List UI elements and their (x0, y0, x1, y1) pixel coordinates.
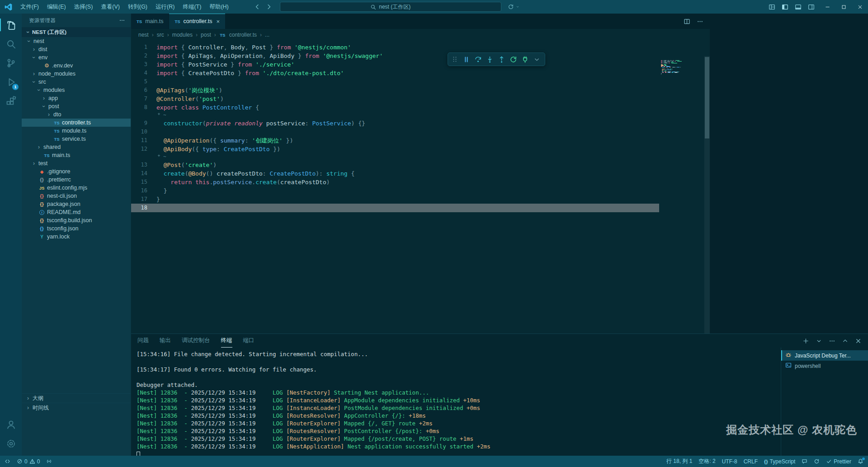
tab-main.ts[interactable]: TSmain.ts (131, 14, 169, 29)
debug-toolbar-drag-handle[interactable] (451, 56, 458, 63)
tree-item-nest[interactable]: ›nest (22, 37, 131, 45)
menu-item-帮助(H)[interactable]: 帮助(H) (205, 0, 232, 14)
activity-account[interactable] (0, 415, 22, 434)
debug-session-indicator[interactable] (46, 458, 52, 464)
toggle-sidebar-icon[interactable] (782, 4, 788, 10)
feedback-icon[interactable] (802, 458, 807, 464)
tree-item-.prettierrc[interactable]: ›{}.prettierrc (22, 176, 131, 184)
sparkle-icon[interactable] (156, 153, 161, 161)
new-terminal-button[interactable] (802, 338, 809, 344)
tree-item-src[interactable]: ›src (22, 78, 131, 86)
eol-indicator[interactable]: CRLF (744, 458, 758, 465)
menu-item-编辑(E)[interactable]: 编辑(E) (43, 0, 70, 14)
breadcrumb-item-src[interactable]: src (157, 32, 164, 38)
menu-item-运行(R)[interactable]: 运行(R) (151, 0, 179, 14)
maximize-button[interactable] (835, 0, 852, 14)
remote-indicator[interactable] (5, 458, 10, 464)
disconnect-button[interactable] (520, 54, 530, 64)
tree-item-test[interactable]: ›test (22, 159, 131, 167)
panel-tab-问题[interactable]: 问题 (137, 334, 149, 348)
tree-item-dist[interactable]: ›dist (22, 45, 131, 53)
tree-item-README.md[interactable]: ›iREADME.md (22, 208, 131, 216)
menu-item-终端(T)[interactable]: 终端(T) (179, 0, 205, 14)
cursor-position[interactable]: 行 18, 列 1 (666, 457, 692, 465)
activity-extensions[interactable] (0, 91, 22, 110)
sparkle-icon[interactable] (156, 112, 161, 119)
editor-scrollbar[interactable] (704, 56, 710, 334)
close-window-button[interactable] (852, 0, 868, 14)
breadcrumb-tail[interactable]: ... (265, 32, 269, 38)
panel-tab-端口[interactable]: 端口 (243, 334, 255, 348)
workspace-section-header[interactable]: › NEST (工作区) (22, 27, 131, 37)
sync-button[interactable] (508, 4, 521, 10)
nav-back-icon[interactable] (254, 3, 261, 10)
tree-item-controller.ts[interactable]: ›TScontroller.ts (22, 119, 131, 127)
pane-时间线[interactable]: ›时间线 (22, 403, 131, 412)
tree-item-eslint.config.mjs[interactable]: ›JSeslint.config.mjs (22, 184, 131, 192)
menu-item-文件(F)[interactable]: 文件(F) (16, 0, 43, 14)
explorer-more-actions[interactable] (119, 17, 125, 24)
tree-item-tsconfig.build.json[interactable]: ›{}tsconfig.build.json (22, 216, 131, 224)
panel-more-actions[interactable] (829, 338, 835, 344)
tree-item-service.ts[interactable]: ›TSservice.ts (22, 135, 131, 143)
step-over-button[interactable] (473, 54, 483, 64)
panel-tab-输出[interactable]: 输出 (160, 334, 171, 348)
tree-item-.env.dev[interactable]: ›⚙.env.dev (22, 62, 131, 70)
prettier-indicator[interactable]: Prettier (826, 458, 851, 465)
minimap[interactable] (661, 60, 687, 76)
activity-run-debug[interactable]: 1 (0, 72, 22, 91)
panel-tab-调试控制台[interactable]: 调试控制台 (182, 334, 210, 348)
menu-item-选择(S)[interactable]: 选择(S) (70, 0, 97, 14)
customize-layout-icon[interactable] (769, 4, 775, 10)
minimize-button[interactable] (819, 0, 835, 14)
tree-item-main.ts[interactable]: ›TSmain.ts (22, 151, 131, 159)
restart-button[interactable] (508, 54, 518, 64)
code-editor[interactable]: 1import { Controller, Body, Post } from … (131, 41, 710, 334)
breadcrumb-file[interactable]: controller.ts (229, 32, 257, 38)
breadcrumb-item-nest[interactable]: nest (138, 32, 149, 38)
activity-explorer[interactable] (0, 15, 22, 34)
step-into-button[interactable] (485, 54, 495, 64)
menu-item-查看(V)[interactable]: 查看(V) (97, 0, 124, 14)
tree-item-.gitignore[interactable]: ›◆.gitignore (22, 167, 131, 176)
step-out-button[interactable] (496, 54, 506, 64)
scrollbar-thumb[interactable] (705, 57, 709, 138)
tree-item-package.json[interactable]: ›{}package.json (22, 200, 131, 208)
terminal-output[interactable]: [15:34:16] File change detected. Startin… (131, 348, 781, 456)
nav-forward-icon[interactable] (265, 3, 273, 10)
tree-item-module.ts[interactable]: ›TSmodule.ts (22, 127, 131, 135)
split-editor-button[interactable] (684, 18, 690, 25)
language-indicator[interactable]: {} TypeScript (764, 458, 795, 465)
sync-status-icon[interactable] (814, 458, 820, 464)
breadcrumb[interactable]: nest›src›modules›post›TScontroller.ts›..… (131, 29, 710, 41)
tree-item-env[interactable]: ›env (22, 53, 131, 62)
editor-more-actions[interactable] (697, 18, 703, 25)
menu-item-转到(G)[interactable]: 转到(G) (124, 0, 151, 14)
close-tab-icon[interactable]: × (217, 19, 220, 24)
encoding-indicator[interactable]: UTF-8 (722, 458, 737, 465)
breadcrumb-item-modules[interactable]: modules (172, 32, 193, 38)
notifications-bell-icon[interactable] (858, 458, 863, 464)
tree-item-nest-cli.json[interactable]: ›{}nest-cli.json (22, 192, 131, 200)
panel-tab-终端[interactable]: 终端 (221, 334, 232, 348)
tree-item-modules[interactable]: ›modules (22, 86, 131, 94)
pane-大纲[interactable]: ›大纲 (22, 393, 131, 403)
toggle-panel-icon[interactable] (795, 4, 802, 10)
indentation-indicator[interactable]: 空格: 2 (698, 457, 715, 465)
tree-item-yarn.lock[interactable]: ›Yyarn.lock (22, 233, 131, 241)
close-panel-button[interactable] (855, 338, 862, 344)
breadcrumb-item-post[interactable]: post (201, 32, 211, 38)
activity-search[interactable] (0, 34, 22, 53)
terminal-instance-powershell[interactable]: powershell (781, 361, 868, 371)
terminal-dropdown[interactable] (816, 338, 822, 344)
activity-source-control[interactable] (0, 53, 22, 72)
tree-item-tsconfig.json[interactable]: ›{}tsconfig.json (22, 224, 131, 233)
tree-item-dto[interactable]: ›dto (22, 110, 131, 119)
tree-item-app[interactable]: ›app (22, 94, 131, 102)
pause-button[interactable] (461, 54, 471, 64)
problems-indicator[interactable]: 0 0 (17, 458, 40, 465)
maximize-panel-button[interactable] (842, 338, 849, 344)
tree-item-node_modules[interactable]: ›node_modules (22, 70, 131, 78)
tree-item-post[interactable]: ›post (22, 102, 131, 110)
tab-controller.ts[interactable]: TScontroller.ts× (169, 14, 226, 29)
